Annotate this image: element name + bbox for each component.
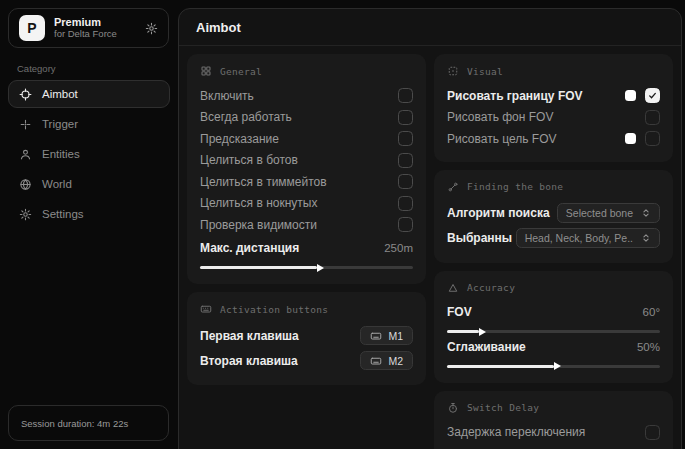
general-icon xyxy=(200,65,212,77)
checkbox[interactable] xyxy=(398,110,413,125)
panel-activation-buttons: Activation buttons Первая клавиша M1 Вто… xyxy=(187,292,426,385)
sidebar-item-settings[interactable]: Settings xyxy=(8,200,170,228)
panel-accuracy: Accuracy FOV 60° Сглаживание xyxy=(434,271,673,383)
person-icon xyxy=(19,148,32,161)
keyboard-icon xyxy=(200,303,212,315)
slider-thumb[interactable] xyxy=(554,362,561,370)
main-panel: Aimbot General Включить xyxy=(178,8,682,449)
panel-switch-delay: Switch Delay Задержка переключения Задер… xyxy=(434,391,673,449)
keybind-label: Вторая клавиша xyxy=(200,354,352,368)
trigger-icon xyxy=(19,118,32,131)
sidebar-item-label: Trigger xyxy=(42,118,78,130)
toggle-row: Целиться в тиммейтов xyxy=(200,171,413,193)
slider-label: FOV xyxy=(447,305,635,319)
panel-title: Activation buttons xyxy=(220,304,328,315)
dropdown-value: Head, Neck, Body, Pe.. xyxy=(525,232,633,244)
panel-visual: Visual Рисовать границу FOV Рисовать фон… xyxy=(434,54,673,162)
switch-delay-slider-group: Задержка переключения (мс) 1000 ms xyxy=(447,445,660,449)
visual-label: Рисовать фон FOV xyxy=(447,110,645,124)
checkbox[interactable] xyxy=(398,131,413,146)
panel-title: Visual xyxy=(467,66,503,77)
triangle-icon xyxy=(447,282,459,294)
sidebar-item-world[interactable]: World xyxy=(8,170,170,198)
toggle-label: Проверка видимости xyxy=(200,218,398,232)
toggle-label: Всегда работать xyxy=(200,110,398,124)
keyboard-icon xyxy=(370,355,382,367)
smoothing-slider[interactable] xyxy=(447,365,660,368)
sidebar-item-label: World xyxy=(42,178,72,190)
sidebar-item-trigger[interactable]: Trigger xyxy=(8,110,170,138)
sidebar-nav: Aimbot Trigger Entities World xyxy=(8,80,170,228)
checkbox[interactable] xyxy=(398,217,413,232)
check-icon xyxy=(648,91,657,100)
toggle-label: Целиться в тиммейтов xyxy=(200,175,398,189)
keybind-button[interactable]: M2 xyxy=(360,351,413,370)
sidebar-item-aimbot[interactable]: Aimbot xyxy=(8,80,170,108)
checkbox[interactable] xyxy=(398,88,413,103)
selected-bones-dropdown[interactable]: Head, Neck, Body, Pe.. xyxy=(516,228,660,248)
keybind-value: M1 xyxy=(388,330,403,342)
toggle-label: Целиться в ботов xyxy=(200,153,398,167)
session-duration-text: Session duration: 4m 22s xyxy=(21,418,128,429)
checkbox[interactable] xyxy=(645,88,660,103)
toggle-row: Целиться в нокнутых xyxy=(200,193,413,215)
sidebar-item-entities[interactable]: Entities xyxy=(8,140,170,168)
gear-icon[interactable] xyxy=(145,22,158,35)
keybind-button[interactable]: M1 xyxy=(360,326,413,345)
license-card: P Premium for Delta Force xyxy=(8,8,169,48)
bone-row: Выбранные кости Head, Neck, Body, Pe.. xyxy=(447,226,660,251)
bone-label: Выбранные кости xyxy=(447,231,512,245)
toggle-row: Предсказание xyxy=(200,128,413,150)
visual-icon xyxy=(447,65,459,77)
color-swatch[interactable] xyxy=(625,133,636,144)
keyboard-icon xyxy=(370,330,382,342)
bone-icon xyxy=(447,181,459,193)
visual-row: Рисовать границу FOV xyxy=(447,85,660,107)
max-distance-slider-group: Макс. дистанция 250m xyxy=(200,238,413,270)
slider-thumb[interactable] xyxy=(317,264,324,272)
category-label: Category xyxy=(17,63,170,74)
bone-row: Алгоритм поиска костей Selected bone xyxy=(447,201,660,226)
checkbox[interactable] xyxy=(645,131,660,146)
toggle-label: Предсказание xyxy=(200,132,398,146)
slider-value: 250m xyxy=(384,242,413,254)
checkbox[interactable] xyxy=(645,110,660,125)
product-subtitle: for Delta Force xyxy=(54,29,117,40)
chevron-up-down-icon xyxy=(641,233,651,243)
slider-label: Макс. дистанция xyxy=(200,241,376,255)
checkbox[interactable] xyxy=(398,153,413,168)
page-title: Aimbot xyxy=(179,9,681,46)
session-duration: Session duration: 4m 22s xyxy=(8,405,169,441)
keybind-value: M2 xyxy=(388,355,403,367)
fov-slider[interactable] xyxy=(447,330,660,333)
slider-value: 60° xyxy=(643,306,660,318)
checkbox[interactable] xyxy=(398,196,413,211)
dropdown-value: Selected bone xyxy=(566,207,633,219)
sidebar-item-label: Entities xyxy=(42,148,80,160)
slider-value: 50% xyxy=(637,341,660,353)
fov-slider-group: FOV 60° xyxy=(447,302,660,334)
checkbox[interactable] xyxy=(645,425,660,440)
toggle-row: Проверка видимости xyxy=(200,214,413,236)
slider-thumb[interactable] xyxy=(479,328,486,336)
color-swatch[interactable] xyxy=(625,90,636,101)
toggle-row: Целиться в ботов xyxy=(200,150,413,172)
toggle-row: Задержка переключения xyxy=(447,422,660,444)
toggle-label: Включить xyxy=(200,89,398,103)
toggle-label: Целиться в нокнутых xyxy=(200,196,398,210)
max-distance-slider[interactable] xyxy=(200,266,413,269)
product-logo: P xyxy=(19,15,45,41)
checkbox[interactable] xyxy=(398,174,413,189)
visual-row: Рисовать цель FOV xyxy=(447,128,660,150)
panel-title: Switch Delay xyxy=(467,402,539,413)
sidebar-item-label: Settings xyxy=(42,208,84,220)
sidebar-item-label: Aimbot xyxy=(42,88,78,100)
product-title: Premium xyxy=(54,16,117,29)
bone-algorithm-dropdown[interactable]: Selected bone xyxy=(557,203,660,223)
sidebar: P Premium for Delta Force Category Aimbo… xyxy=(0,0,178,449)
panel-finding-bone: Finding the bone Алгоритм поиска костей … xyxy=(434,170,673,263)
stopwatch-icon xyxy=(447,402,459,414)
toggle-label: Задержка переключения xyxy=(447,425,645,439)
panel-title: General xyxy=(220,66,262,77)
visual-label: Рисовать цель FOV xyxy=(447,132,625,146)
